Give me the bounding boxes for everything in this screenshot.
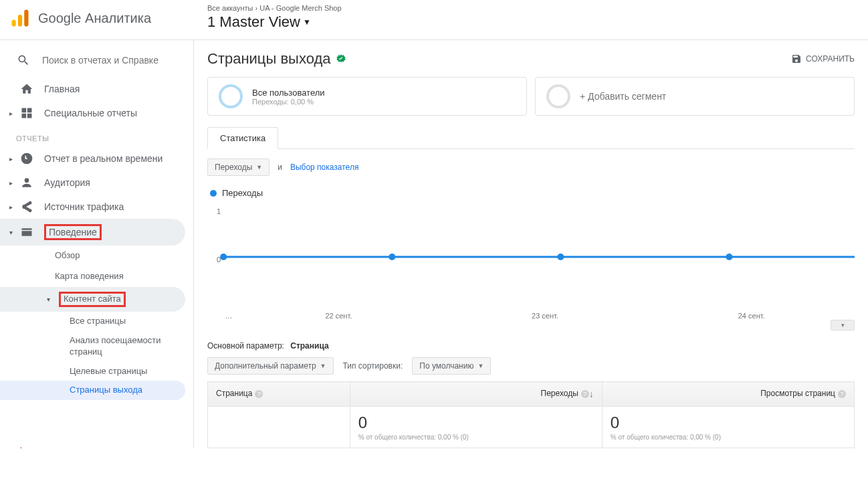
- expand-icon: ▸: [7, 110, 15, 117]
- sidebar-behavior-label: Поведение: [44, 224, 102, 240]
- metric-dropdown[interactable]: Переходы▼: [207, 159, 269, 176]
- save-icon: [791, 54, 802, 64]
- clock-icon: [20, 152, 33, 165]
- view-selector[interactable]: 1 Master View ▼: [207, 13, 342, 31]
- chart-x-axis: … 22 сент. 23 сент. 24 сент.: [207, 312, 855, 320]
- views-value: 0: [611, 413, 846, 432]
- secondary-dimension-dropdown[interactable]: Дополнительный параметр▼: [207, 357, 334, 375]
- col-exits[interactable]: Переходы? ↓: [350, 382, 602, 407]
- verified-icon: [336, 54, 346, 64]
- save-button[interactable]: СОХРАНИТЬ: [791, 54, 855, 64]
- sidebar-sub-all-pages[interactable]: Все страницы: [0, 312, 193, 331]
- breadcrumb-property[interactable]: UA - Google Merch Shop: [259, 4, 341, 12]
- svg-point-10: [726, 254, 732, 260]
- sidebar-item-custom[interactable]: ▸ Специальные отчеты: [0, 101, 193, 125]
- view-name: 1 Master View: [207, 13, 300, 31]
- logo-section: Google Аналитика: [0, 0, 194, 28]
- table-summary-row: 0 % от общего количества: 0,00 % (0) 0 %…: [208, 407, 855, 448]
- exits-subtext: % от общего количества: 0,00 % (0): [358, 433, 594, 441]
- sidebar-realtime-label: Отчет в реальном времени: [44, 153, 162, 165]
- filter-row: Дополнительный параметр▼ Тип сортировки:…: [207, 357, 855, 381]
- person-icon: [20, 176, 33, 189]
- primary-dimension-row: Основной параметр: Страница: [207, 330, 855, 357]
- legend-label: Переходы: [222, 188, 263, 198]
- svg-point-9: [557, 254, 564, 260]
- sidebar-item-home[interactable]: Главная: [0, 77, 193, 101]
- sidebar-content-label: Контент сайта: [59, 292, 126, 307]
- legend-dot-icon: [210, 190, 217, 197]
- sidebar-sub-drilldown[interactable]: Анализ посещаемости страниц: [0, 331, 193, 362]
- breadcrumb-all[interactable]: Все аккаунты: [207, 4, 253, 12]
- tab-bar: Статистика: [207, 126, 855, 149]
- choose-metric-link[interactable]: Выбор показателя: [290, 163, 358, 172]
- sidebar-item-realtime[interactable]: ▸ Отчет в реальном времени: [0, 147, 193, 171]
- home-icon: [20, 82, 33, 96]
- breadcrumb-section: Все аккаунты › UA - Google Merch Shop 1 …: [194, 0, 342, 31]
- chart-scroll-button[interactable]: ▾: [831, 320, 855, 330]
- data-table: Страница? Переходы? ↓ Просмотры страниц?…: [207, 381, 855, 448]
- sidebar-acquisition-label: Источник трафика: [44, 201, 124, 213]
- widgets-icon: [20, 106, 33, 120]
- sidebar-sub-content[interactable]: ▾ Контент сайта: [0, 287, 185, 312]
- svg-rect-0: [12, 20, 16, 27]
- help-icon[interactable]: ?: [255, 390, 263, 398]
- breadcrumb-sep: ›: [253, 4, 260, 12]
- svg-point-8: [389, 254, 395, 260]
- sidebar-sub-overview[interactable]: Обзор: [0, 246, 193, 266]
- add-segment[interactable]: + Добавить сегмент: [535, 77, 855, 116]
- segment-subtitle: Переходы: 0,00 %: [252, 98, 325, 106]
- page-title: Страницы выхода: [207, 50, 346, 68]
- sidebar-custom-label: Специальные отчеты: [44, 107, 137, 119]
- col-page[interactable]: Страница?: [208, 382, 350, 407]
- product-name: Google Аналитика: [38, 11, 151, 26]
- and-text: и: [278, 163, 282, 172]
- chevron-down-icon: ▼: [256, 164, 262, 171]
- exits-value: 0: [358, 413, 594, 432]
- sidebar-item-behavior[interactable]: ▾ Поведение: [0, 219, 185, 246]
- views-subtext: % от общего количества: 0,00 % (0): [611, 433, 846, 441]
- chart-area: 1 0: [207, 205, 855, 312]
- sidebar-sub-flow[interactable]: Карта поведения: [0, 266, 193, 287]
- chevron-down-icon: ▼: [477, 363, 483, 369]
- main-content: Страницы выхода СОХРАНИТЬ Все пользовате…: [194, 40, 868, 448]
- segment-all-users[interactable]: Все пользователи Переходы: 0,00 %: [207, 77, 527, 116]
- sidebar-section-reports: ОТЧЕТЫ: [0, 125, 193, 147]
- sidebar-item-acquisition[interactable]: ▸ Источник трафика: [0, 195, 193, 219]
- sidebar: Главная ▸ Специальные отчеты ОТЧЕТЫ ▸ От…: [0, 40, 194, 448]
- sidebar-search[interactable]: [0, 47, 193, 77]
- svg-point-7: [220, 254, 227, 260]
- sidebar-sub-exit[interactable]: Страницы выхода: [0, 381, 185, 400]
- help-icon[interactable]: ?: [838, 390, 846, 398]
- help-icon[interactable]: ?: [581, 390, 589, 398]
- expand-icon: ▸: [7, 203, 15, 211]
- expand-icon: ▸: [7, 155, 15, 163]
- primary-dimension-value[interactable]: Страница: [290, 341, 328, 351]
- tab-statistics[interactable]: Статистика: [207, 127, 278, 149]
- collapse-icon: ▾: [47, 295, 55, 304]
- sidebar-home-label: Главная: [44, 83, 80, 95]
- svg-rect-2: [24, 10, 28, 27]
- chevron-down-icon: ▼: [303, 17, 311, 27]
- chart-legend: Переходы: [207, 185, 855, 205]
- chart-controls: Переходы▼ и Выбор показателя: [207, 149, 855, 185]
- sidebar-sub-landing[interactable]: Целевые страницы: [0, 362, 193, 381]
- sort-desc-icon: ↓: [589, 389, 594, 399]
- col-views[interactable]: Просмотры страниц?: [602, 382, 854, 407]
- segment-row: Все пользователи Переходы: 0,00 % + Доба…: [207, 77, 855, 116]
- breadcrumb[interactable]: Все аккаунты › UA - Google Merch Shop: [207, 4, 342, 12]
- segment-circle-icon: [546, 84, 570, 108]
- search-icon: [17, 54, 30, 67]
- collapse-icon: ▾: [7, 229, 15, 236]
- sidebar-audience-label: Аудитория: [44, 177, 90, 189]
- ga-logo-icon: [10, 8, 30, 28]
- svg-text:1: 1: [217, 207, 221, 215]
- save-label: СОХРАНИТЬ: [806, 54, 855, 64]
- sort-type-label: Тип сортировки:: [343, 361, 403, 371]
- line-chart: 1 0: [207, 205, 855, 312]
- sort-type-dropdown[interactable]: По умолчанию▼: [412, 357, 491, 375]
- search-input[interactable]: [42, 55, 162, 66]
- segment-title: Все пользователи: [252, 88, 325, 98]
- add-segment-label: + Добавить сегмент: [580, 91, 666, 102]
- sidebar-item-audience[interactable]: ▸ Аудитория: [0, 171, 193, 195]
- app-header: Google Аналитика Все аккаунты › UA - Goo…: [0, 0, 868, 40]
